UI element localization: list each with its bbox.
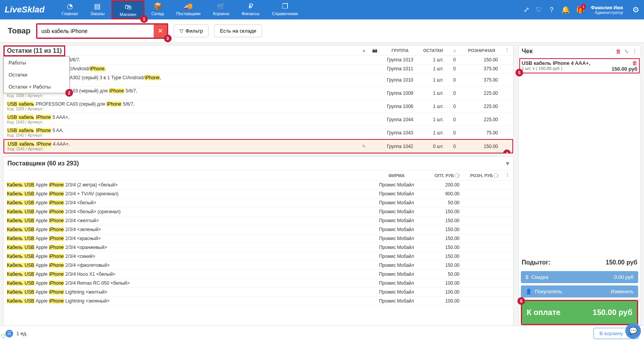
bell-icon[interactable]: 🔔 bbox=[561, 5, 570, 14]
left-column: Остатки (11 из 11) Работы Остатки Остатк… bbox=[0, 43, 516, 341]
dollar-icon: $ bbox=[526, 274, 528, 280]
heart-icon[interactable]: ♡ bbox=[536, 5, 542, 14]
header-right: ⤢ ♡ ？ 🔔 🎁1 Фамилия Имя Администратор ⚙ bbox=[524, 5, 639, 15]
nav-orders[interactable]: ▤Заказы bbox=[85, 0, 110, 19]
nav-shop[interactable]: 🛍Магазин 1 bbox=[111, 0, 144, 19]
in-stock-button[interactable]: Есть на складе bbox=[214, 24, 262, 37]
table-row[interactable]: USB кабель PROFESSOR CA302 (серый) 3 в 1… bbox=[4, 73, 513, 87]
box-icon: 📦 bbox=[153, 2, 162, 10]
ostatki-option-works[interactable]: Работы bbox=[4, 57, 69, 69]
table-row[interactable]: MY-441 (синий) для iPhone 5/6/7,Группа 1… bbox=[4, 56, 513, 64]
sup-col-menu[interactable]: ⋮ bbox=[501, 170, 513, 181]
app-header: LiveSklad ◔Главная ▤Заказы 🛍Магазин 1 📦С… bbox=[0, 0, 644, 19]
table-row[interactable]: Кабель USB Apple iPhone 2/3/4 <белый> (о… bbox=[3, 207, 513, 216]
table-row[interactable]: Кабель USB Apple iPhone 2/3/4 + TV/AV (о… bbox=[3, 190, 513, 198]
expand-icon[interactable]: ⤢ bbox=[524, 5, 529, 14]
table-row[interactable]: Кабель USB Apple iPhone 2/3/4 <желтый>Пр… bbox=[3, 216, 513, 225]
ostatki-option-both[interactable]: Остатки + Работы bbox=[4, 81, 69, 93]
kebab-icon[interactable]: ⋮ bbox=[632, 48, 637, 54]
suppliers-panel: Поставщики (60 из 293) ▾ ФИРМА ОПТ, РУБi… bbox=[3, 156, 513, 339]
trash-icon[interactable]: 🗑 bbox=[632, 60, 637, 66]
trash-icon[interactable]: 🗑 bbox=[616, 48, 621, 54]
badge: 1 bbox=[581, 4, 586, 9]
chevron-down-icon[interactable]: ▾ bbox=[506, 160, 509, 167]
user-info[interactable]: Фамилия Имя Администратор bbox=[591, 5, 623, 15]
nav-suppliers[interactable]: 🚚Поставщики bbox=[171, 0, 206, 19]
footer-count: 1 ед. bbox=[16, 331, 28, 336]
col-camera[interactable]: 📷 bbox=[369, 45, 381, 56]
ostatki-option-stock[interactable]: Остатки bbox=[4, 69, 69, 81]
col-price[interactable]: РОЗНИЧНАЯ bbox=[462, 45, 501, 56]
nav-warehouse[interactable]: 📦Склад bbox=[146, 0, 169, 19]
subtotal-row: Подытог: 150.00 руб bbox=[519, 255, 641, 270]
search-input[interactable] bbox=[37, 24, 154, 38]
table-row[interactable]: Кабель USB Apple iPhone 2/3/4 <красный>П… bbox=[3, 234, 513, 243]
footer-badge: ☰ bbox=[5, 330, 13, 338]
sup-col-firm[interactable]: ФИРМА bbox=[369, 170, 424, 181]
pencil-icon[interactable]: ✎ bbox=[362, 144, 366, 149]
table-row[interactable]: USB кабель PROFESSOR CA03 (серый) для iP… bbox=[4, 100, 513, 113]
nav-home[interactable]: ◔Главная bbox=[56, 0, 84, 19]
table-row[interactable]: Кабель USB Apple iPhone 2/3/4 <зеленый>П… bbox=[3, 225, 513, 234]
search-wrapper: ✕ 3 bbox=[36, 23, 168, 39]
cheque-panel-col: Чек 🗑 ⤡ ⋮ 5 USB кабель IPhone 4 AAA+, 🗑 … bbox=[516, 43, 644, 341]
table-row[interactable]: Кабель USB Apple iPhone 2/3/4 (2 метра) … bbox=[3, 181, 513, 190]
kebab-icon: ⋮ bbox=[505, 173, 510, 177]
table-row[interactable]: USB кабель IPhone 5 AA,Код: 1042 / Артик… bbox=[4, 126, 513, 140]
cheque-item-name: USB кабель IPhone 4 AAA+, bbox=[522, 60, 629, 66]
pie-icon: ◔ bbox=[67, 2, 73, 10]
table-row[interactable]: USB кабель IPhone 5 AAA+,Код: 1043 / Арт… bbox=[4, 113, 513, 126]
info-icon: i bbox=[494, 173, 498, 178]
table-row[interactable]: USB кабель IPhone 4 AAA+,Код: 1041 / Арт… bbox=[4, 139, 513, 153]
logo: LiveSklad bbox=[5, 5, 45, 15]
cheque-panel: Чек 🗑 ⤡ ⋮ 5 USB кабель IPhone 4 AAA+, 🗑 … bbox=[518, 45, 641, 325]
col-menu[interactable]: ⋮ bbox=[501, 45, 513, 56]
table-row[interactable]: USB кабель PROFESSOR CA03 (черный) для i… bbox=[4, 87, 513, 100]
col-home[interactable]: ⌂ bbox=[447, 45, 462, 56]
table-row[interactable]: Кабель USB Apple iPhone 2/3/4 <белый>Про… bbox=[3, 198, 513, 207]
user-name: Фамилия Имя bbox=[591, 5, 623, 10]
marker-3: 3 bbox=[164, 35, 172, 42]
cheque-item[interactable]: 5 USB кабель IPhone 4 AAA+, 🗑 1 шт. x ( … bbox=[519, 58, 640, 73]
sup-col-opt[interactable]: ОПТ, РУБi bbox=[424, 170, 463, 181]
suppliers-table-wrap[interactable]: ФИРМА ОПТ, РУБi РОЗН, РУБi ⋮ Кабель USB … bbox=[3, 170, 513, 338]
col-sort[interactable]: ▴ bbox=[359, 45, 369, 56]
table-row[interactable]: CA302 (черный) 3 в 1 Type C/Android/iPho… bbox=[4, 64, 513, 73]
stock-table-wrap[interactable]: ▴ 📷 ГРУППА ОСТАТКИ ⌂ РОЗНИЧНАЯ ⋮ MY-441 … bbox=[3, 45, 513, 153]
nav-refs[interactable]: ❐Справочники bbox=[266, 0, 303, 19]
col-group[interactable]: ГРУППА bbox=[381, 45, 419, 56]
ostatki-header[interactable]: Остатки (11 из 11) bbox=[3, 45, 65, 56]
sort-icon: ▴ bbox=[363, 48, 365, 52]
pay-wrapper: 6 К оплате 150.00 руб bbox=[521, 300, 638, 325]
gift-icon[interactable]: 🎁1 bbox=[576, 5, 585, 14]
filter-button[interactable]: ▽Фильтр bbox=[174, 24, 209, 37]
bag-icon: 🛍 bbox=[125, 3, 132, 11]
table-row[interactable]: Кабель USB Apple iPhone 2/3/4 <синий>Про… bbox=[3, 252, 513, 261]
table-row[interactable]: Кабель USB Apple iPhone 2/3/4 Remax RC-0… bbox=[3, 279, 513, 288]
toolbar: Товар ✕ 3 ▽Фильтр Есть на складе bbox=[0, 19, 644, 43]
stock-table: ▴ 📷 ГРУППА ОСТАТКИ ⌂ РОЗНИЧНАЯ ⋮ MY-441 … bbox=[3, 45, 513, 153]
table-row[interactable]: Кабель USB Apple iPhone 2/3/4 Hoco X1 <б… bbox=[3, 270, 513, 279]
footer: ☰ 1 ед. В корзину🛒 bbox=[0, 325, 644, 341]
marker-2: 2 bbox=[65, 89, 73, 97]
collapse-icon[interactable]: ⤡ bbox=[624, 48, 629, 54]
funnel-icon: ▽ bbox=[179, 28, 183, 34]
table-row[interactable]: Кабель USB Apple iPhone Lightning <желты… bbox=[3, 288, 513, 297]
nav-cart[interactable]: 🛒Корзина bbox=[207, 0, 235, 19]
user-role: Администратор bbox=[595, 10, 623, 15]
table-row[interactable]: Кабель USB Apple iPhone 2/3/4 <фиолетовы… bbox=[3, 261, 513, 270]
table-row[interactable]: Кабель USB Apple iPhone 2/3/4 <оранжевый… bbox=[3, 243, 513, 252]
help-icon[interactable]: ？ bbox=[548, 5, 555, 14]
table-row[interactable]: Кабель USB Apple iPhone Lightning <зелен… bbox=[3, 297, 513, 306]
col-qty[interactable]: ОСТАТКИ bbox=[419, 45, 447, 56]
user-icon: 👤 bbox=[526, 289, 532, 294]
pay-button[interactable]: К оплате 150.00 руб bbox=[522, 301, 637, 324]
customer-row[interactable]: 👤Покупатель Изменить bbox=[521, 285, 638, 298]
gear-icon[interactable]: ⚙ bbox=[632, 5, 639, 14]
chat-fab[interactable]: 💬 bbox=[625, 323, 641, 339]
sup-col-rozn[interactable]: РОЗН, РУБi bbox=[463, 170, 501, 181]
nav-finance[interactable]: ₽Финансы bbox=[236, 0, 265, 19]
cheque-title: Чек bbox=[522, 48, 613, 55]
marker-5: 5 bbox=[515, 69, 523, 77]
discount-row[interactable]: $Скидка 0.00 руб bbox=[521, 271, 638, 283]
